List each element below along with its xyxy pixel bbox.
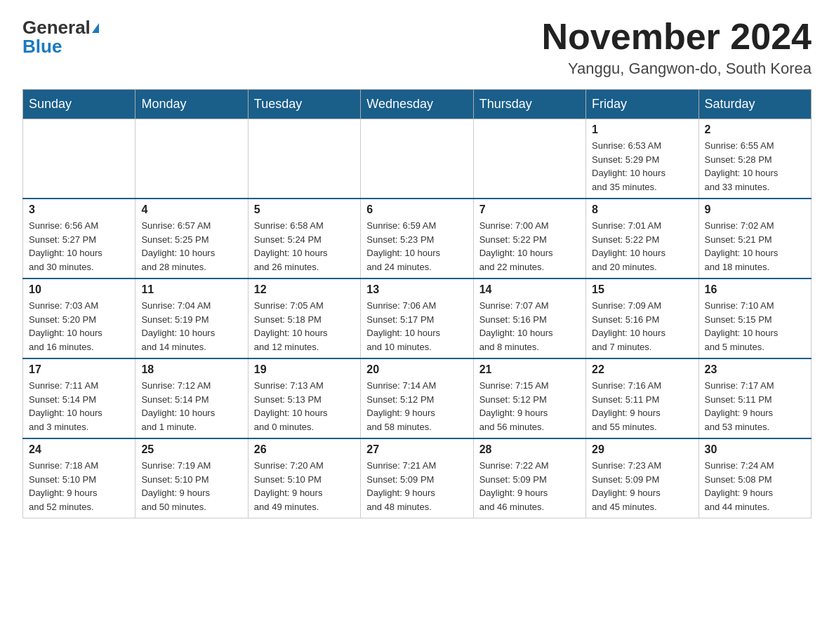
day-number: 17	[29, 363, 129, 376]
day-number: 19	[254, 363, 355, 376]
calendar-cell: 10Sunrise: 7:03 AM Sunset: 5:20 PM Dayli…	[23, 279, 135, 358]
weekday-header-friday: Friday	[586, 90, 699, 119]
calendar-cell: 28Sunrise: 7:22 AM Sunset: 5:09 PM Dayli…	[473, 438, 585, 518]
day-number: 16	[705, 283, 805, 296]
day-number: 6	[366, 203, 467, 216]
day-info: Sunrise: 7:19 AM Sunset: 5:10 PM Dayligh…	[141, 459, 241, 514]
day-info: Sunrise: 7:20 AM Sunset: 5:10 PM Dayligh…	[254, 459, 355, 514]
calendar-cell: 24Sunrise: 7:18 AM Sunset: 5:10 PM Dayli…	[23, 438, 135, 518]
day-info: Sunrise: 7:24 AM Sunset: 5:08 PM Dayligh…	[705, 459, 805, 514]
day-info: Sunrise: 7:05 AM Sunset: 5:18 PM Dayligh…	[254, 299, 355, 354]
day-number: 23	[705, 363, 805, 376]
calendar-week-row: 10Sunrise: 7:03 AM Sunset: 5:20 PM Dayli…	[23, 279, 812, 358]
calendar-cell: 5Sunrise: 6:58 AM Sunset: 5:24 PM Daylig…	[248, 199, 360, 279]
weekday-header-sunday: Sunday	[23, 90, 135, 119]
calendar-table: SundayMondayTuesdayWednesdayThursdayFrid…	[22, 89, 812, 518]
day-number: 29	[592, 443, 692, 456]
month-title: November 2024	[542, 17, 812, 57]
calendar-cell: 26Sunrise: 7:20 AM Sunset: 5:10 PM Dayli…	[248, 438, 360, 518]
day-info: Sunrise: 6:55 AM Sunset: 5:28 PM Dayligh…	[705, 139, 805, 194]
day-number: 8	[592, 203, 692, 216]
weekday-header-monday: Monday	[135, 90, 248, 119]
day-number: 26	[254, 443, 355, 456]
day-info: Sunrise: 7:06 AM Sunset: 5:17 PM Dayligh…	[366, 299, 467, 354]
day-info: Sunrise: 6:53 AM Sunset: 5:29 PM Dayligh…	[592, 139, 692, 194]
weekday-header-tuesday: Tuesday	[248, 90, 360, 119]
day-number: 3	[29, 203, 129, 216]
calendar-cell: 19Sunrise: 7:13 AM Sunset: 5:13 PM Dayli…	[248, 358, 360, 438]
day-info: Sunrise: 7:00 AM Sunset: 5:22 PM Dayligh…	[479, 219, 580, 274]
day-info: Sunrise: 7:04 AM Sunset: 5:19 PM Dayligh…	[141, 299, 241, 354]
day-info: Sunrise: 7:12 AM Sunset: 5:14 PM Dayligh…	[141, 379, 241, 434]
calendar-cell: 3Sunrise: 6:56 AM Sunset: 5:27 PM Daylig…	[23, 199, 135, 279]
day-info: Sunrise: 7:07 AM Sunset: 5:16 PM Dayligh…	[479, 299, 580, 354]
title-section: November 2024 Yanggu, Gangwon-do, South …	[542, 17, 812, 78]
logo: General Blue	[22, 17, 99, 58]
weekday-header-saturday: Saturday	[699, 90, 811, 119]
calendar-cell: 11Sunrise: 7:04 AM Sunset: 5:19 PM Dayli…	[135, 279, 248, 358]
calendar-cell	[361, 119, 473, 199]
day-number: 9	[705, 203, 805, 216]
calendar-cell: 25Sunrise: 7:19 AM Sunset: 5:10 PM Dayli…	[135, 438, 248, 518]
calendar-cell: 15Sunrise: 7:09 AM Sunset: 5:16 PM Dayli…	[586, 279, 699, 358]
day-info: Sunrise: 7:11 AM Sunset: 5:14 PM Dayligh…	[29, 379, 129, 434]
logo-triangle-icon	[92, 23, 99, 33]
page-header: General Blue November 2024 Yanggu, Gangw…	[22, 17, 812, 78]
calendar-cell: 30Sunrise: 7:24 AM Sunset: 5:08 PM Dayli…	[699, 438, 811, 518]
day-info: Sunrise: 6:57 AM Sunset: 5:25 PM Dayligh…	[141, 219, 241, 274]
day-info: Sunrise: 6:56 AM Sunset: 5:27 PM Dayligh…	[29, 219, 129, 274]
day-number: 18	[141, 363, 241, 376]
calendar-cell: 27Sunrise: 7:21 AM Sunset: 5:09 PM Dayli…	[361, 438, 473, 518]
weekday-header-thursday: Thursday	[473, 90, 585, 119]
day-number: 22	[592, 363, 692, 376]
calendar-cell: 16Sunrise: 7:10 AM Sunset: 5:15 PM Dayli…	[699, 279, 811, 358]
calendar-week-row: 1Sunrise: 6:53 AM Sunset: 5:29 PM Daylig…	[23, 119, 812, 199]
day-number: 7	[479, 203, 580, 216]
day-info: Sunrise: 7:23 AM Sunset: 5:09 PM Dayligh…	[592, 459, 692, 514]
day-number: 25	[141, 443, 241, 456]
day-info: Sunrise: 6:58 AM Sunset: 5:24 PM Dayligh…	[254, 219, 355, 274]
day-info: Sunrise: 7:15 AM Sunset: 5:12 PM Dayligh…	[479, 379, 580, 434]
day-info: Sunrise: 7:18 AM Sunset: 5:10 PM Dayligh…	[29, 459, 129, 514]
calendar-cell: 8Sunrise: 7:01 AM Sunset: 5:22 PM Daylig…	[586, 199, 699, 279]
day-info: Sunrise: 7:01 AM Sunset: 5:22 PM Dayligh…	[592, 219, 692, 274]
day-number: 11	[141, 283, 241, 296]
calendar-cell	[473, 119, 585, 199]
calendar-cell	[23, 119, 135, 199]
day-number: 10	[29, 283, 129, 296]
logo-blue-text: Blue	[22, 36, 62, 58]
day-number: 15	[592, 283, 692, 296]
day-info: Sunrise: 7:16 AM Sunset: 5:11 PM Dayligh…	[592, 379, 692, 434]
calendar-week-row: 17Sunrise: 7:11 AM Sunset: 5:14 PM Dayli…	[23, 358, 812, 438]
calendar-week-row: 24Sunrise: 7:18 AM Sunset: 5:10 PM Dayli…	[23, 438, 812, 518]
day-number: 4	[141, 203, 241, 216]
weekday-header-wednesday: Wednesday	[361, 90, 473, 119]
day-info: Sunrise: 7:02 AM Sunset: 5:21 PM Dayligh…	[705, 219, 805, 274]
calendar-cell: 21Sunrise: 7:15 AM Sunset: 5:12 PM Dayli…	[473, 358, 585, 438]
day-info: Sunrise: 7:21 AM Sunset: 5:09 PM Dayligh…	[366, 459, 467, 514]
calendar-cell: 4Sunrise: 6:57 AM Sunset: 5:25 PM Daylig…	[135, 199, 248, 279]
calendar-cell: 18Sunrise: 7:12 AM Sunset: 5:14 PM Dayli…	[135, 358, 248, 438]
weekday-header-row: SundayMondayTuesdayWednesdayThursdayFrid…	[23, 90, 812, 119]
day-info: Sunrise: 7:09 AM Sunset: 5:16 PM Dayligh…	[592, 299, 692, 354]
day-info: Sunrise: 7:17 AM Sunset: 5:11 PM Dayligh…	[705, 379, 805, 434]
day-number: 21	[479, 363, 580, 376]
day-info: Sunrise: 7:03 AM Sunset: 5:20 PM Dayligh…	[29, 299, 129, 354]
location-subtitle: Yanggu, Gangwon-do, South Korea	[542, 60, 812, 78]
calendar-cell	[248, 119, 360, 199]
calendar-cell: 13Sunrise: 7:06 AM Sunset: 5:17 PM Dayli…	[361, 279, 473, 358]
day-number: 13	[366, 283, 467, 296]
day-number: 30	[705, 443, 805, 456]
day-number: 20	[366, 363, 467, 376]
calendar-cell: 20Sunrise: 7:14 AM Sunset: 5:12 PM Dayli…	[361, 358, 473, 438]
calendar-cell: 6Sunrise: 6:59 AM Sunset: 5:23 PM Daylig…	[361, 199, 473, 279]
day-info: Sunrise: 7:13 AM Sunset: 5:13 PM Dayligh…	[254, 379, 355, 434]
calendar-cell: 12Sunrise: 7:05 AM Sunset: 5:18 PM Dayli…	[248, 279, 360, 358]
day-number: 5	[254, 203, 355, 216]
day-number: 28	[479, 443, 580, 456]
day-info: Sunrise: 7:14 AM Sunset: 5:12 PM Dayligh…	[366, 379, 467, 434]
day-number: 2	[705, 123, 805, 136]
day-info: Sunrise: 7:22 AM Sunset: 5:09 PM Dayligh…	[479, 459, 580, 514]
day-number: 14	[479, 283, 580, 296]
calendar-cell	[135, 119, 248, 199]
